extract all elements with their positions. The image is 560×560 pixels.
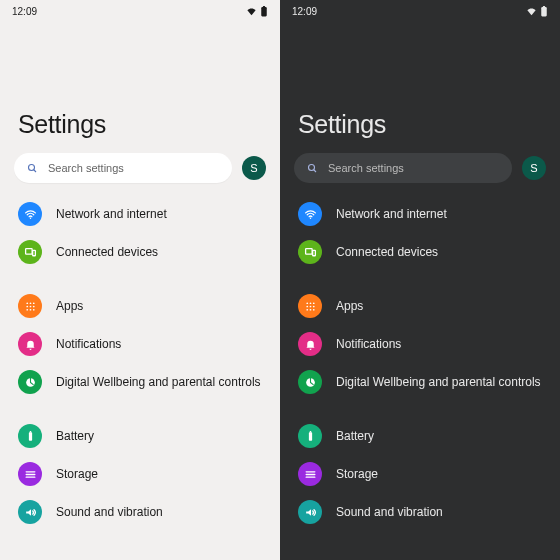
status-indicators [526,6,548,17]
settings-item-wellbeing[interactable]: Digital Wellbeing and parental controls [0,363,280,401]
status-bar: 12:09 [0,0,280,22]
settings-item-storage[interactable]: Storage [0,455,280,493]
settings-item-apps[interactable]: Apps [280,287,560,325]
settings-item-bell[interactable]: Notifications [280,325,560,363]
settings-item-label: Network and internet [56,207,167,221]
svg-point-10 [26,305,28,307]
wellbeing-icon [298,370,322,394]
settings-pane-light: 12:09 SettingsSearch settingsSNetwork an… [0,0,280,560]
settings-item-storage[interactable]: Storage [280,455,560,493]
settings-item-label: Network and internet [336,207,447,221]
settings-item-sound[interactable]: Sound and vibration [280,493,560,531]
settings-item-battery[interactable]: Battery [0,417,280,455]
status-indicators [246,6,268,17]
settings-item-label: Connected devices [56,245,158,259]
settings-item-label: Storage [336,467,378,481]
settings-item-devices[interactable]: Connected devices [280,233,560,271]
devices-icon [298,240,322,264]
svg-point-31 [312,302,314,304]
svg-point-13 [26,308,28,310]
status-time: 12:09 [292,6,317,17]
svg-point-8 [29,302,31,304]
bell-icon [18,332,42,356]
svg-rect-39 [308,432,311,441]
settings-item-label: Sound and vibration [56,505,163,519]
settings-item-label: Apps [336,299,363,313]
svg-rect-23 [543,6,545,8]
search-input[interactable]: Search settings [14,153,232,183]
bell-icon [298,332,322,356]
svg-rect-22 [541,7,547,16]
svg-point-30 [309,302,311,304]
wellbeing-icon [18,370,42,394]
profile-avatar[interactable]: S [522,156,546,180]
settings-item-label: Notifications [336,337,401,351]
svg-point-37 [312,308,314,310]
svg-rect-40 [309,431,311,432]
settings-item-label: Sound and vibration [336,505,443,519]
settings-item-label: Digital Wellbeing and parental controls [336,375,541,389]
svg-point-33 [309,305,311,307]
settings-item-label: Battery [336,429,374,443]
settings-item-sound[interactable]: Sound and vibration [0,493,280,531]
search-placeholder: Search settings [328,162,404,174]
svg-point-9 [32,302,34,304]
svg-point-34 [312,305,314,307]
svg-line-25 [314,170,316,172]
svg-point-32 [306,305,308,307]
search-input[interactable]: Search settings [294,153,512,183]
search-row: Search settingsS [280,153,560,191]
settings-item-apps[interactable]: Apps [0,287,280,325]
svg-point-4 [29,217,30,218]
settings-item-label: Digital Wellbeing and parental controls [56,375,261,389]
svg-rect-18 [29,431,31,432]
svg-rect-1 [263,6,265,8]
svg-point-36 [309,308,311,310]
svg-point-26 [309,217,310,218]
wifi-icon [246,6,257,17]
settings-item-devices[interactable]: Connected devices [0,233,280,271]
settings-list: Network and internetConnected devicesApp… [0,191,280,531]
sound-icon [18,500,42,524]
settings-item-label: Storage [56,467,98,481]
settings-item-label: Connected devices [336,245,438,259]
settings-item-label: Apps [56,299,83,313]
svg-rect-17 [28,432,31,441]
page-title: Settings [280,22,560,153]
search-placeholder: Search settings [48,162,124,174]
svg-rect-28 [312,250,315,255]
wifi-icon [18,202,42,226]
svg-rect-27 [305,248,312,253]
apps-icon [18,294,42,318]
svg-point-24 [309,165,315,171]
storage-icon [298,462,322,486]
settings-list: Network and internetConnected devicesApp… [280,191,560,531]
svg-point-11 [29,305,31,307]
search-row: Search settingsS [0,153,280,191]
status-time: 12:09 [12,6,37,17]
page-title: Settings [0,22,280,153]
profile-avatar[interactable]: S [242,156,266,180]
svg-point-35 [306,308,308,310]
settings-item-wifi[interactable]: Network and internet [0,195,280,233]
svg-point-7 [26,302,28,304]
settings-item-wifi[interactable]: Network and internet [280,195,560,233]
svg-rect-0 [261,7,267,16]
settings-item-bell[interactable]: Notifications [0,325,280,363]
search-icon [26,162,38,174]
svg-point-12 [32,305,34,307]
svg-rect-6 [32,250,35,255]
devices-icon [18,240,42,264]
search-icon [306,162,318,174]
svg-point-2 [29,165,35,171]
svg-point-14 [29,308,31,310]
wifi-icon [298,202,322,226]
settings-item-label: Notifications [56,337,121,351]
svg-point-29 [306,302,308,304]
settings-item-wellbeing[interactable]: Digital Wellbeing and parental controls [280,363,560,401]
settings-item-battery[interactable]: Battery [280,417,560,455]
svg-rect-5 [25,248,32,253]
settings-pane-dark: 12:09 SettingsSearch settingsSNetwork an… [280,0,560,560]
svg-line-3 [34,170,36,172]
apps-icon [298,294,322,318]
